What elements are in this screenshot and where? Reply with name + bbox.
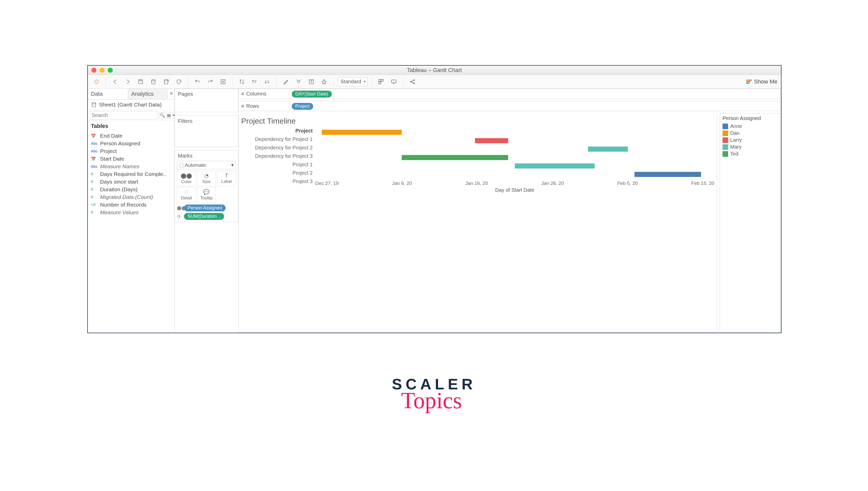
gantt-bar[interactable] (475, 138, 508, 143)
marks-label-button[interactable]: TLabel (217, 171, 236, 186)
row-header: Dependency for Project 1 (241, 135, 315, 144)
presentation-mode-button[interactable] (389, 77, 399, 87)
data-analytics-tabs: Data Analytics ≑ (88, 89, 174, 99)
marks-color-button[interactable]: ⬤⬤Color (177, 171, 196, 186)
titlebar: Tableau – Gantt Chart (88, 66, 781, 75)
gantt-bar[interactable] (402, 155, 508, 160)
columns-shelf[interactable]: ≡Columns DAY(Start Date) (238, 89, 781, 99)
svg-point-1 (152, 79, 155, 81)
legend-item-anne[interactable]: Anne (722, 123, 778, 130)
gantt-bar[interactable] (322, 130, 402, 135)
refresh-button[interactable] (174, 77, 184, 87)
rows-shelf[interactable]: ≡Rows Project (238, 101, 781, 111)
tab-data[interactable]: Data (88, 89, 128, 99)
view-fields-icon[interactable]: ▦ (167, 112, 171, 119)
field-measure-values[interactable]: #Measure Values (88, 209, 174, 216)
viz-area: ≡Columns DAY(Start Date) ≡Rows Project P… (238, 89, 781, 333)
row-header-title: Project (241, 128, 315, 135)
field-search-row: 🔍 ▦ ▾ (88, 110, 174, 121)
marks-tooltip-button[interactable]: 💬Tooltip (197, 187, 216, 202)
sort-desc-button[interactable] (262, 77, 272, 87)
gantt-plot[interactable] (315, 128, 714, 178)
field-start-date[interactable]: 📅Start Date (88, 155, 174, 163)
tab-analytics[interactable]: Analytics (128, 89, 168, 99)
gantt-bar[interactable] (515, 164, 595, 169)
marks-type-select[interactable]: ⬚ Automatic▾ (177, 161, 236, 169)
pause-autoupdate-button[interactable] (161, 77, 171, 87)
field-measure-names[interactable]: AbcMeasure Names (88, 163, 174, 170)
redo-button[interactable] (205, 77, 215, 87)
marks-card: Marks ⬚ Automatic▾ ⬤⬤Color ◔Size TLabel … (175, 150, 238, 222)
svg-rect-0 (139, 80, 143, 84)
data-pane: Data Analytics ≑ Sheet1 (Gantt Chart Dat… (88, 89, 175, 333)
row-header: Project 3 (241, 177, 315, 185)
field-days-required-for-comple-[interactable]: #Days Required for Comple.. (88, 170, 174, 178)
highlight-button[interactable] (281, 77, 291, 87)
undo-button[interactable] (192, 77, 203, 87)
field-end-date[interactable]: 📅End Date (88, 132, 174, 140)
app-window: Tableau – Gantt Chart Standard (87, 65, 781, 333)
tableau-logo-icon[interactable] (91, 77, 101, 87)
gantt-bar[interactable] (634, 172, 701, 177)
row-header: Dependency for Project 3 (241, 152, 315, 160)
group-button[interactable] (294, 77, 304, 87)
scaler-topics-logo: SCALER Topics (392, 375, 476, 414)
svg-rect-7 (379, 82, 381, 84)
clear-sheet-button[interactable] (218, 77, 228, 87)
field-person-assigned[interactable]: AbcPerson Assigned (88, 140, 174, 147)
legend-item-mary[interactable]: Mary (722, 144, 778, 150)
mark-pill-sum-duration-[interactable]: ◔SUM(Duration .. (177, 213, 236, 220)
x-axis-title: Day of Start Date (315, 187, 714, 193)
forward-button[interactable] (123, 77, 133, 87)
back-button[interactable] (110, 77, 120, 87)
pin-button[interactable] (319, 77, 329, 87)
search-icon[interactable]: 🔍 (159, 112, 165, 119)
pages-shelf[interactable]: Pages (175, 89, 238, 112)
rows-pill[interactable]: Project (292, 103, 313, 110)
new-data-source-button[interactable] (148, 77, 158, 87)
legend-item-ted[interactable]: Ted (722, 150, 778, 157)
marks-detail-button[interactable]: ∷Detail (177, 187, 196, 202)
field-days-since-start[interactable]: #Days since start (88, 178, 174, 185)
row-header: Project 1 (241, 160, 315, 169)
fit-mode-select[interactable]: Standard (338, 77, 367, 86)
x-tick: Jan 16, 20 (465, 180, 488, 186)
legend-item-larry[interactable]: Larry (722, 137, 778, 144)
marks-size-button[interactable]: ◔Size (197, 171, 216, 186)
datasource-row[interactable]: Sheet1 (Gantt Chart Data) (88, 99, 174, 110)
save-button[interactable] (136, 77, 146, 87)
row-header: Dependency for Project 2 (241, 144, 315, 152)
x-tick: Jan 26, 20 (541, 180, 564, 186)
window-title: Tableau – Gantt Chart (88, 67, 781, 74)
filters-shelf[interactable]: Filters (175, 116, 238, 147)
legend-item-dan[interactable]: Dan (722, 130, 778, 137)
svg-rect-5 (379, 79, 381, 82)
svg-rect-6 (381, 79, 383, 82)
swap-button[interactable] (237, 77, 247, 87)
mark-pill-person-assigned[interactable]: ⬤⬤Person Assigned (177, 204, 236, 211)
pane-options-icon[interactable]: ≑ (168, 89, 174, 99)
text-label-button[interactable] (306, 77, 317, 87)
show-cards-button[interactable] (376, 77, 386, 87)
field-migrated-data-count-[interactable]: #Migrated Data (Count) (88, 193, 174, 201)
sort-asc-button[interactable] (249, 77, 260, 87)
field-project[interactable]: AbcProject (88, 147, 174, 155)
main-toolbar: Standard Show Me (88, 75, 781, 89)
field-search-input[interactable] (90, 111, 158, 119)
field-number-of-records[interactable]: =#Number of Records (88, 201, 174, 209)
worksheet[interactable]: Project Timeline Project Dependency for … (238, 113, 717, 333)
gantt-bar[interactable] (588, 147, 628, 152)
shelves-column: Pages Filters Marks ⬚ Automatic▾ ⬤⬤Color… (175, 89, 238, 333)
show-me-button[interactable]: Show Me (746, 78, 777, 85)
field-list: 📅End DateAbcPerson AssignedAbcProject📅St… (88, 132, 174, 217)
share-button[interactable] (407, 77, 418, 87)
x-tick: Feb 15, 20 (691, 180, 714, 186)
field-duration-days-[interactable]: #Duration (Days) (88, 185, 174, 193)
columns-pill[interactable]: DAY(Start Date) (292, 91, 332, 97)
x-axis: Dec 27, 19Jan 6, 20Jan 16, 20Jan 26, 20F… (315, 180, 714, 186)
datasource-icon (91, 102, 97, 108)
color-legend[interactable]: Person Assigned AnneDanLarryMaryTed (720, 113, 781, 333)
worksheet-title[interactable]: Project Timeline (241, 117, 714, 125)
x-tick: Dec 27, 19 (315, 180, 339, 186)
x-tick: Feb 5, 20 (617, 180, 638, 186)
